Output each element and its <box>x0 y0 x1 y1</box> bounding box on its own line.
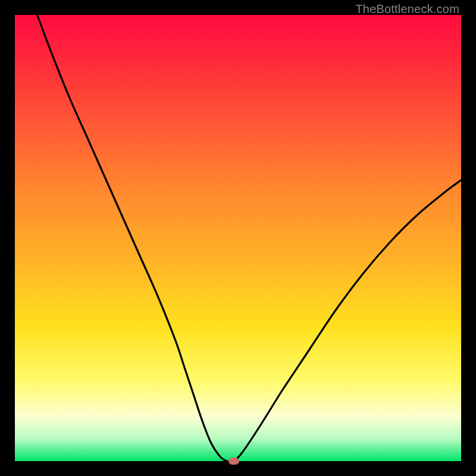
chart-frame: TheBottleneck.com <box>0 0 476 476</box>
minimum-marker <box>228 458 239 465</box>
plot-area <box>15 15 461 461</box>
watermark-text: TheBottleneck.com <box>355 2 459 16</box>
bottleneck-curve <box>15 15 461 461</box>
